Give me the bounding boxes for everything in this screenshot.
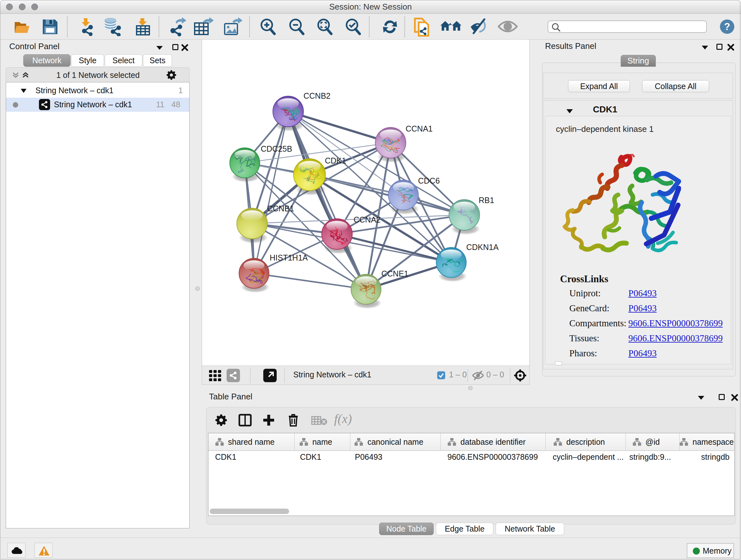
svg-text:CCNA2: CCNA2 [354,215,381,224]
svg-text:CCNB2: CCNB2 [304,91,331,100]
svg-text:RB1: RB1 [479,196,494,205]
svg-text:CDK1: CDK1 [325,156,346,165]
svg-text:CDKN1A: CDKN1A [466,243,499,252]
svg-text:CDC25B: CDC25B [261,144,292,153]
svg-text:CCNB1: CCNB1 [267,204,294,213]
svg-text:CCNA1: CCNA1 [406,124,433,133]
svg-text:CDC6: CDC6 [418,176,440,185]
svg-text:HIST1H1A: HIST1H1A [270,253,308,262]
svg-text:CCNE1: CCNE1 [381,269,408,278]
